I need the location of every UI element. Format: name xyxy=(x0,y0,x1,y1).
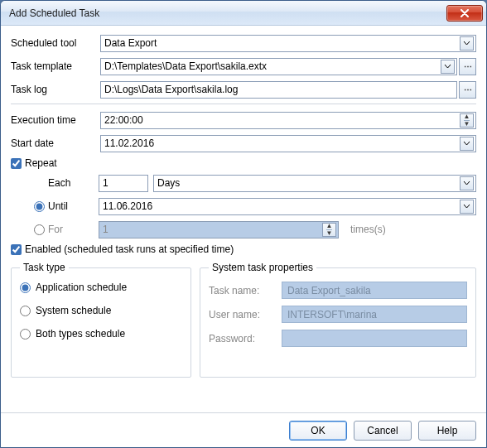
sp-label-user-name: User name: xyxy=(209,309,275,320)
chevron-down-icon xyxy=(463,41,470,46)
label-until: Until xyxy=(48,200,68,212)
chevron-down-icon xyxy=(444,64,451,69)
dialog-window: Add Scheduled Task Scheduled tool Task t… xyxy=(0,0,487,448)
task-template-combo[interactable] xyxy=(100,58,457,75)
for-value-spin-buttons: ▲ ▼ xyxy=(322,223,336,237)
task-type-both-radio[interactable] xyxy=(20,329,31,340)
until-date-input[interactable] xyxy=(103,200,460,214)
label-scheduled-tool: Scheduled tool xyxy=(11,37,100,49)
for-value-input xyxy=(103,223,322,237)
execution-time-spin-buttons[interactable]: ▲ ▼ xyxy=(460,113,474,128)
chevron-down-icon xyxy=(463,204,470,209)
task-type-app-radio[interactable] xyxy=(20,282,31,293)
until-date-dropdown-button[interactable] xyxy=(460,200,474,214)
sp-task-name-value: Data Export_sakila xyxy=(287,285,371,296)
sp-label-task-name: Task name: xyxy=(209,285,275,296)
task-type-both-label: Both types schedule xyxy=(36,328,125,340)
label-start-date: Start date xyxy=(11,137,100,149)
titlebar[interactable]: Add Scheduled Task xyxy=(1,1,486,26)
until-radio[interactable] xyxy=(34,201,45,212)
until-date-field[interactable] xyxy=(99,198,476,215)
label-task-template: Task template xyxy=(11,60,100,72)
label-enabled: Enabled (scheduled task runs at specifie… xyxy=(25,243,234,255)
task-type-app-label: Application schedule xyxy=(36,282,127,293)
task-log-input[interactable] xyxy=(104,83,455,97)
task-template-dropdown-button[interactable] xyxy=(441,60,455,74)
label-for: For xyxy=(48,224,63,235)
sp-label-password: Password: xyxy=(209,333,275,344)
enabled-checkbox[interactable] xyxy=(11,244,22,255)
chevron-down-icon xyxy=(463,181,470,185)
dialog-content: Scheduled tool Task template xyxy=(1,26,486,412)
sp-password-field xyxy=(282,330,467,347)
label-each: Each xyxy=(48,177,70,189)
start-date-input[interactable] xyxy=(104,137,460,151)
label-repeat: Repeat xyxy=(25,157,57,169)
system-props-legend: System task properties xyxy=(209,262,316,273)
task-log-field[interactable] xyxy=(100,81,457,99)
for-value-spinner: ▲ ▼ xyxy=(99,221,339,238)
spin-down-icon: ▼ xyxy=(326,230,333,237)
task-type-legend: Task type xyxy=(20,262,69,273)
task-type-group: Task type Application schedule System sc… xyxy=(11,262,191,378)
task-type-system-label: System schedule xyxy=(36,305,111,316)
cancel-button[interactable]: Cancel xyxy=(354,421,412,441)
task-type-system-radio[interactable] xyxy=(20,306,31,316)
repeat-checkbox[interactable] xyxy=(11,158,22,169)
each-unit-dropdown-button[interactable] xyxy=(460,176,474,190)
label-execution-time: Execution time xyxy=(11,114,100,126)
each-unit-combo[interactable] xyxy=(153,175,476,192)
ellipsis-icon: ⋯ xyxy=(464,62,472,71)
task-log-browse-button[interactable]: ⋯ xyxy=(459,81,476,99)
execution-time-input[interactable] xyxy=(104,113,460,128)
label-times: times(s) xyxy=(350,224,386,235)
each-unit-input[interactable] xyxy=(157,176,460,190)
sp-user-name-field: INTERSOFT\marina xyxy=(282,306,467,323)
chevron-down-icon xyxy=(463,141,470,146)
sp-task-name-field: Data Export_sakila xyxy=(282,282,467,299)
for-radio[interactable] xyxy=(34,224,45,235)
system-props-group: System task properties Task name: Data E… xyxy=(200,262,476,378)
scheduled-tool-dropdown-button[interactable] xyxy=(460,36,474,51)
start-date-dropdown-button[interactable] xyxy=(460,137,474,151)
execution-time-spinner[interactable]: ▲ ▼ xyxy=(100,112,476,129)
scheduled-tool-input[interactable] xyxy=(104,36,460,51)
close-icon xyxy=(460,9,470,17)
separator xyxy=(11,104,476,104)
task-template-browse-button[interactable]: ⋯ xyxy=(459,58,476,75)
start-date-field[interactable] xyxy=(100,135,476,152)
spin-down-icon[interactable]: ▼ xyxy=(464,121,470,128)
label-task-log: Task log xyxy=(11,84,100,95)
task-template-input[interactable] xyxy=(104,60,441,74)
ellipsis-icon: ⋯ xyxy=(464,85,472,94)
each-value-spinner[interactable]: ▲ ▼ xyxy=(99,175,148,192)
dialog-footer: OK Cancel Help xyxy=(1,412,486,447)
help-button[interactable]: Help xyxy=(418,421,476,441)
window-close-button[interactable] xyxy=(446,5,483,22)
ok-button[interactable]: OK xyxy=(289,421,347,441)
sp-user-name-value: INTERSOFT\marina xyxy=(287,309,377,320)
window-title: Add Scheduled Task xyxy=(9,7,446,19)
scheduled-tool-combo[interactable] xyxy=(100,35,476,52)
